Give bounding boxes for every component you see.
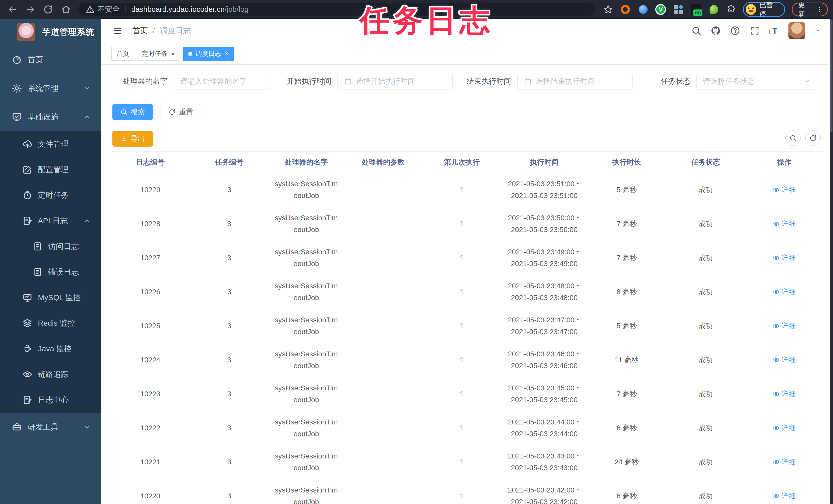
- column-header: 第几次执行: [422, 157, 502, 167]
- browser-menu-icon[interactable]: [816, 5, 824, 14]
- not-secure-label: 不安全: [98, 4, 120, 15]
- timer-icon: [23, 190, 32, 200]
- cell-handler-name: sysUserSessionTimeoutJob: [268, 416, 345, 440]
- extension-ring-icon[interactable]: [620, 4, 631, 15]
- detail-link[interactable]: 详细: [773, 389, 796, 399]
- cell-status: 成功: [667, 457, 744, 467]
- refresh-table-button[interactable]: [805, 130, 821, 146]
- sidebar-item-label: 访问日志: [48, 241, 79, 252]
- window-scrollbar-thumb[interactable]: [830, 20, 832, 132]
- avatar-caret-icon[interactable]: [814, 27, 821, 34]
- sidebar-item-trace[interactable]: 链路追踪: [0, 361, 101, 387]
- detail-link[interactable]: 详细: [773, 457, 796, 467]
- hamburger-icon[interactable]: [112, 26, 123, 36]
- extension-on-icon[interactable]: on: [690, 4, 701, 15]
- sidebar-item-api-log[interactable]: API 日志: [0, 208, 101, 233]
- search-icon[interactable]: [691, 26, 701, 36]
- sidebar-item-access-log[interactable]: 访问日志: [0, 233, 101, 259]
- filter-label: 处理器的名字: [123, 76, 167, 86]
- tab-close-icon[interactable]: ×: [170, 50, 175, 57]
- fullscreen-icon[interactable]: [749, 26, 760, 36]
- sidebar-item-infra[interactable]: 基础设施: [0, 103, 101, 131]
- extension-v-icon[interactable]: V: [655, 4, 666, 15]
- sidebar-item-dev-tool[interactable]: 研发工具: [0, 413, 101, 441]
- cell-log-id: 10221: [110, 458, 191, 466]
- tab-首页[interactable]: 首页: [111, 47, 134, 60]
- sidebar-item-redis[interactable]: Redis 监控: [0, 310, 101, 336]
- cell-actions: 详细: [744, 321, 825, 331]
- extension-drop-icon[interactable]: [638, 4, 649, 15]
- address-bar[interactable]: 不安全 dashboard.yudao.iocoder.cn /job/log: [78, 3, 595, 16]
- table-row: 102203sysUserSessionTimeoutJob12021-05-0…: [110, 479, 825, 504]
- trace-eye-icon: [23, 370, 32, 379]
- extension-leaf-icon[interactable]: [708, 4, 719, 15]
- detail-link[interactable]: 详细: [773, 321, 796, 331]
- toggle-search-button[interactable]: [785, 130, 801, 146]
- chevron-down-icon: [803, 78, 810, 85]
- user-avatar[interactable]: [788, 22, 805, 39]
- browser-home-icon[interactable]: [61, 4, 71, 15]
- search-button[interactable]: 搜索: [113, 104, 153, 120]
- detail-link[interactable]: 详细: [773, 185, 796, 195]
- reset-button[interactable]: 重置: [161, 104, 201, 120]
- sidebar-item-home[interactable]: 首页: [0, 45, 101, 74]
- detail-link[interactable]: 详细: [773, 423, 796, 433]
- handler-name-input[interactable]: 请输入处理器的名字: [174, 73, 269, 90]
- sidebar-item-error-log[interactable]: 错误日志: [0, 259, 101, 285]
- date-picker-input[interactable]: 选择开始执行时间: [337, 73, 453, 90]
- font-size-icon[interactable]: tT: [769, 26, 779, 36]
- github-icon[interactable]: [711, 26, 721, 36]
- sidebar-item-mysql[interactable]: MySQL 监控: [0, 285, 101, 310]
- browser-back-icon[interactable]: [7, 4, 18, 15]
- table-row: 102253sysUserSessionTimeoutJob12021-05-0…: [110, 309, 825, 343]
- sidebar-item-label: MySQL 监控: [38, 293, 81, 303]
- export-button[interactable]: 导出: [113, 131, 153, 147]
- window-scrollbar[interactable]: [830, 19, 833, 504]
- detail-link[interactable]: 详细: [773, 355, 796, 365]
- date-picker-input[interactable]: 选择结束执行时间: [517, 73, 633, 90]
- reset-button-label: 重置: [179, 107, 193, 117]
- task-status-select[interactable]: 请选择任务状态: [696, 73, 817, 90]
- sidebar-item-job[interactable]: 定时任务: [0, 182, 101, 208]
- breadcrumb: 首页 / 调度日志: [133, 26, 191, 36]
- browser-reload-icon[interactable]: [43, 4, 53, 15]
- sidebar-item-file[interactable]: 文件管理: [0, 131, 101, 157]
- app-logo-row[interactable]: 芋道管理系统: [0, 19, 101, 45]
- cell-status: 成功: [667, 185, 744, 195]
- sidebar-item-label: 基础设施: [28, 112, 58, 122]
- browser-forward-icon[interactable]: [25, 4, 36, 15]
- tab-调度日志[interactable]: 调度日志×: [183, 47, 234, 60]
- browser-profile-chip[interactable]: 已暂停: [743, 2, 785, 17]
- eye-icon: [773, 221, 780, 227]
- redis-icon: [23, 318, 32, 328]
- sidebar-item-system[interactable]: 系统管理: [0, 74, 101, 103]
- svg-text:t: t: [769, 29, 770, 35]
- detail-link[interactable]: 详细: [773, 491, 796, 501]
- sidebar-item-config[interactable]: 配置管理: [0, 157, 101, 182]
- cell-status: 成功: [667, 287, 744, 297]
- browser-update-button[interactable]: 更新: [792, 3, 828, 16]
- calendar-icon: [524, 77, 532, 85]
- extension-grid-icon[interactable]: [673, 4, 684, 15]
- bookmark-star-icon[interactable]: [603, 4, 613, 15]
- help-icon[interactable]: [730, 26, 740, 36]
- cell-job-id: 3: [191, 322, 268, 330]
- detail-link[interactable]: 详细: [773, 219, 796, 229]
- filter-label: 结束执行时间: [467, 76, 511, 86]
- cell-log-id: 10226: [110, 288, 191, 296]
- download-icon: [120, 135, 127, 142]
- cell-exec-time: 2021-05-03 23:44:00 ~2021-05-03 23:44:00: [502, 416, 587, 440]
- sidebar-item-java[interactable]: Java 监控: [0, 336, 101, 361]
- url-host: dashboard.yudao.iocoder.cn: [132, 5, 224, 14]
- breadcrumb-home[interactable]: 首页: [133, 26, 148, 36]
- cell-duration: 6 毫秒: [587, 423, 667, 433]
- cell-log-id: 10223: [110, 390, 191, 398]
- detail-link[interactable]: 详细: [773, 253, 796, 263]
- tab-close-icon[interactable]: ×: [224, 50, 229, 57]
- detail-link[interactable]: 详细: [773, 287, 796, 297]
- tab-定时任务[interactable]: 定时任务×: [137, 47, 180, 60]
- column-header: 任务编号: [191, 157, 268, 167]
- calendar-icon: [344, 77, 352, 85]
- sidebar-item-log-center[interactable]: 日志中心: [0, 387, 101, 413]
- extensions-puzzle-icon[interactable]: [726, 4, 736, 15]
